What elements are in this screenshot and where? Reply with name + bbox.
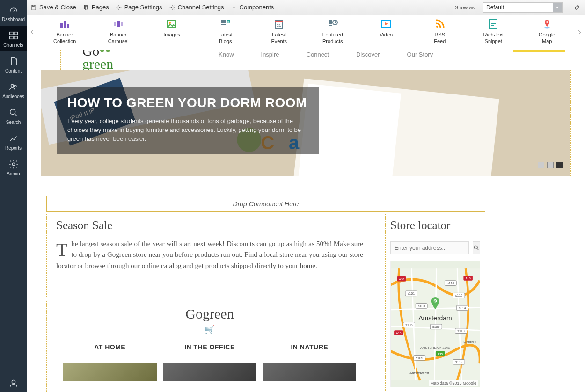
thumbnail [163, 363, 256, 381]
svg-text:G: G [434, 300, 437, 303]
channel-settings-button[interactable]: Channel Settings [169, 4, 224, 11]
svg-text:E35: E35 [438, 352, 443, 356]
sidebar-item-search[interactable]: Search [0, 103, 27, 129]
sidebar-item-admin[interactable]: Admin [0, 154, 27, 180]
calendar-icon: 31 [273, 18, 285, 30]
sidebar-item-content[interactable]: Content [0, 51, 27, 77]
nav-discover[interactable]: Discover [356, 51, 380, 58]
sidebar-label: Reports [5, 145, 22, 151]
gg-col-office[interactable]: IN THE OFFICE [163, 343, 256, 381]
svg-point-13 [171, 7, 173, 8]
svg-rect-17 [114, 22, 116, 26]
store-locator-component[interactable]: Store locator s101 s103 s106 [385, 214, 485, 392]
svg-rect-18 [117, 21, 120, 27]
rib-rss-feed[interactable]: RSSFeed [414, 18, 466, 45]
gg-col-home[interactable]: AT HOME [63, 343, 157, 381]
map-attribution: Map data ©2015 Google [429, 380, 478, 386]
svg-point-40 [546, 21, 548, 23]
rib-latest-events[interactable]: 31 LatestEvents [253, 18, 305, 45]
svg-text:s101: s101 [408, 292, 415, 296]
drop-zone[interactable]: Drop Component Here [46, 196, 485, 212]
sidebar-label: Audiences [2, 94, 24, 99]
page-settings-button[interactable]: Page Settings [116, 4, 162, 11]
svg-text:s106: s106 [405, 323, 412, 327]
svg-rect-15 [64, 21, 66, 28]
svg-rect-23 [221, 22, 226, 23]
svg-text:A10: A10 [399, 277, 405, 281]
rib-richtext-snippet[interactable]: Rich-textSnippet [468, 18, 519, 45]
rib-banner-carousel[interactable]: BannerCarousel [93, 18, 144, 45]
hero-banner[interactable]: C a iPod и iP HOW TO GREEN YOUR DORM ROO… [41, 70, 571, 176]
pages-button[interactable]: Pages [83, 4, 109, 11]
rib-latest-blogs[interactable]: B LatestBlogs [200, 18, 251, 45]
blog-icon: B [219, 18, 232, 30]
sidebar-item-reports[interactable]: Reports [0, 129, 27, 154]
sidebar-item-audiences[interactable]: Audiences [0, 77, 27, 103]
season-sale-body: T he largest season sale of the year wil… [56, 239, 363, 271]
season-sale-component[interactable]: Season Sale T he largest season sale of … [46, 214, 373, 297]
svg-point-12 [118, 7, 120, 8]
svg-point-7 [12, 163, 15, 166]
svg-text:B: B [227, 21, 230, 23]
svg-point-4 [11, 85, 14, 87]
carousel-indicators [538, 162, 563, 168]
svg-rect-19 [121, 22, 123, 26]
svg-text:s118: s118 [447, 282, 454, 285]
link-icon[interactable] [573, 3, 581, 12]
ribbon-prev[interactable] [27, 15, 38, 50]
svg-rect-9 [33, 5, 35, 6]
svg-rect-30 [329, 20, 332, 22]
divider: 🛒 [47, 325, 373, 335]
carousel-dot-active[interactable] [556, 162, 563, 168]
svg-text:A10: A10 [466, 276, 471, 280]
ribbon-next[interactable] [574, 15, 585, 50]
rib-banner-collection[interactable]: BannerCollection [39, 18, 90, 45]
svg-rect-38 [491, 23, 496, 24]
sidebar-label: Channels [3, 43, 23, 48]
rib-google-map[interactable]: GoogleMap [521, 18, 573, 45]
nav-connect[interactable]: Connect [307, 51, 329, 58]
locator-address-input[interactable] [390, 241, 469, 254]
locator-search-button[interactable] [473, 241, 480, 254]
carousel-dot[interactable] [538, 162, 544, 168]
chevron-up-icon [231, 4, 237, 11]
sidebar-item-channels[interactable]: Channels [0, 26, 27, 51]
cart-icon: 🛒 [205, 325, 215, 335]
rib-images[interactable]: Images [146, 18, 197, 38]
rib-featured-products[interactable]: FeaturedProducts [307, 18, 358, 45]
show-as-select[interactable]: Default [483, 2, 563, 13]
sidebar-item-user[interactable] [0, 373, 27, 392]
svg-text:Diemen: Diemen [463, 340, 476, 344]
svg-rect-22 [221, 20, 226, 22]
user-icon [8, 378, 19, 388]
save-close-button[interactable]: Save & Close [30, 4, 76, 11]
sidebar-item-dashboard[interactable]: Dashboard [0, 0, 27, 26]
nav-know[interactable]: Know [219, 51, 234, 58]
svg-rect-11 [85, 6, 88, 10]
nav-inspire[interactable]: Inspire [261, 51, 279, 58]
svg-text:s113: s113 [457, 329, 464, 333]
top-toolbar: Save & Close Pages Page Settings Channel… [27, 0, 585, 15]
svg-rect-24 [221, 24, 226, 25]
carousel-dot[interactable] [547, 162, 554, 168]
gear-icon [116, 4, 122, 11]
video-icon [380, 18, 392, 30]
svg-text:s114: s114 [459, 306, 466, 310]
hero-title: HOW TO GREEN YOUR DORM ROOM [67, 95, 309, 110]
components-toggle[interactable]: Components [231, 4, 274, 11]
gauge-icon [8, 5, 19, 15]
svg-rect-28 [275, 21, 283, 22]
nav-our-story[interactable]: Our Story [407, 51, 433, 58]
richtext-icon [487, 18, 499, 30]
gear-icon [8, 159, 19, 169]
rib-video[interactable]: Video [360, 18, 412, 38]
sidebar-label: Dashboard [2, 17, 25, 22]
svg-text:Amstelveen: Amstelveen [410, 371, 429, 375]
store-locator-title: Store locator [390, 219, 480, 232]
gogreen-component[interactable]: Gogreen 🛒 AT HOME IN THE OFFICE IN NATUR… [46, 301, 373, 392]
document-icon [8, 56, 19, 66]
gg-col-nature[interactable]: IN NATURE [263, 343, 356, 381]
hero-description: Every year, college students generate th… [67, 117, 309, 144]
map[interactable]: s101 s103 s106 s118 s116 s114 s100 s113 … [390, 261, 480, 387]
season-sale-title: Season Sale [56, 219, 363, 232]
